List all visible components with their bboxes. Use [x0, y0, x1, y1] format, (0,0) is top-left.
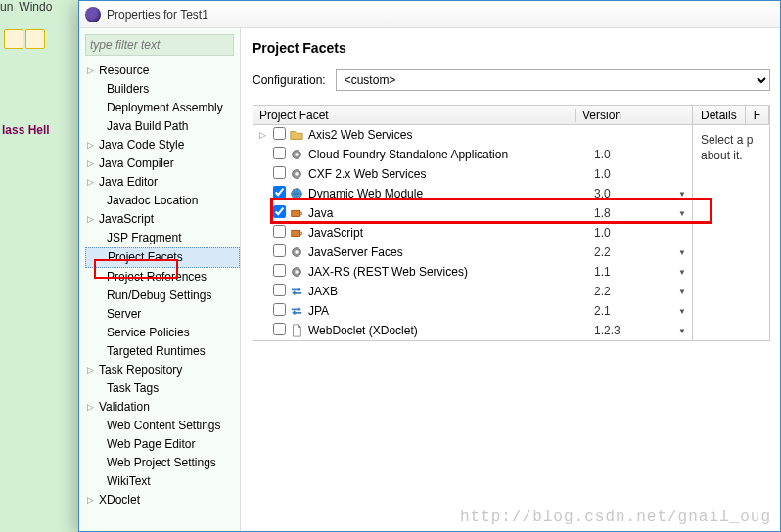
facet-name: JAX-RS (REST Web Services) [308, 265, 594, 279]
facet-checkbox[interactable] [273, 225, 286, 238]
facet-checkbox[interactable] [273, 147, 286, 159]
facet-checkbox[interactable] [273, 186, 286, 199]
svg-point-10 [295, 270, 299, 274]
background-toolbar [4, 29, 47, 52]
sidebar-item-web-page-editor[interactable]: Web Page Editor [85, 435, 240, 454]
settings-tree: ▷ResourceBuildersDeployment AssemblyJava… [79, 62, 240, 510]
expand-icon[interactable]: ▷ [87, 155, 99, 172]
sidebar-item-project-facets[interactable]: Project Facets [85, 247, 240, 268]
facet-row[interactable]: JAX-RS (REST Web Services)1.1▼ [253, 262, 692, 282]
sidebar-item-java-code-style[interactable]: ▷Java Code Style [85, 136, 240, 155]
sidebar-item-javascript[interactable]: ▷JavaScript [85, 210, 240, 229]
col-version[interactable]: Version [576, 109, 692, 122]
facet-name: JavaServer Faces [308, 245, 594, 259]
sidebar-item-builders[interactable]: Builders [85, 80, 240, 99]
expand-icon[interactable]: ▷ [87, 137, 99, 154]
facet-checkbox[interactable] [273, 303, 286, 316]
facet-version: 1.0 [594, 226, 672, 240]
sidebar-item-java-build-path[interactable]: Java Build Path [85, 117, 240, 136]
facet-row[interactable]: CXF 2.x Web Services1.0 [253, 164, 692, 184]
sidebar-item-label: Java Build Path [107, 118, 188, 135]
version-dropdown-icon[interactable]: ▼ [672, 327, 692, 335]
background-code: lass Hell [2, 123, 50, 137]
version-dropdown-icon[interactable]: ▼ [672, 248, 692, 257]
version-dropdown-icon[interactable]: ▼ [672, 268, 692, 277]
sidebar-item-xdoclet[interactable]: ▷XDoclet [85, 491, 240, 510]
version-dropdown-icon[interactable]: ▼ [672, 209, 692, 218]
facet-row[interactable]: JavaScript1.0 [253, 223, 692, 243]
version-dropdown-icon[interactable]: ▼ [672, 307, 692, 316]
facet-checkbox[interactable] [273, 244, 286, 257]
sidebar-item-java-compiler[interactable]: ▷Java Compiler [85, 155, 240, 173]
sidebar-item-service-policies[interactable]: Service Policies [85, 324, 240, 342]
sidebar-item-run-debug-settings[interactable]: Run/Debug Settings [85, 287, 240, 305]
facet-row[interactable]: JPA2.1▼ [253, 301, 692, 321]
details-body: Select a p about it. [693, 125, 769, 171]
svg-point-1 [295, 153, 299, 156]
tab-details[interactable]: Details [693, 106, 746, 124]
facet-row[interactable]: Dynamic Web Module3.0▼ [253, 184, 692, 203]
facet-checkbox[interactable] [273, 323, 286, 335]
facet-row[interactable]: Cloud Foundry Standalone Application1.0 [253, 145, 692, 164]
sidebar-item-resource[interactable]: ▷Resource [85, 62, 240, 80]
sidebar-item-deployment-assembly[interactable]: Deployment Assembly [85, 99, 240, 117]
gear-icon [289, 244, 304, 260]
expand-icon[interactable]: ▷ [87, 399, 99, 416]
facet-row[interactable]: JavaServer Faces2.2▼ [253, 243, 692, 262]
facet-version: 1.0 [594, 148, 672, 161]
expand-icon[interactable]: ▷ [87, 63, 99, 79]
facet-name: JavaScript [308, 226, 594, 240]
facet-version: 2.1 [594, 304, 672, 318]
expand-icon[interactable]: ▷ [259, 130, 273, 140]
facet-name: CXF 2.x Web Services [308, 167, 594, 181]
svg-rect-6 [292, 230, 300, 236]
sidebar-item-label: Java Code Style [99, 137, 184, 154]
sidebar-item-web-project-settings[interactable]: Web Project Settings [85, 454, 240, 472]
configuration-select[interactable]: <custom> [336, 69, 770, 91]
facet-name: Cloud Foundry Standalone Application [308, 148, 594, 161]
facet-checkbox[interactable] [273, 166, 286, 179]
facet-row[interactable]: Java1.8▼ [253, 203, 692, 223]
arrows-icon [289, 284, 304, 299]
java-icon [289, 225, 304, 241]
sidebar-item-java-editor[interactable]: ▷Java Editor [85, 173, 240, 192]
sidebar-item-label: Java Editor [99, 174, 158, 191]
facet-checkbox[interactable] [273, 264, 286, 277]
sidebar-item-server[interactable]: Server [85, 305, 240, 324]
version-dropdown-icon[interactable]: ▼ [672, 190, 692, 199]
tab-other[interactable]: F [746, 106, 769, 124]
version-dropdown-icon[interactable]: ▼ [672, 288, 692, 296]
sidebar-item-label: Web Content Settings [107, 418, 221, 434]
sidebar-item-label: Deployment Assembly [107, 100, 223, 116]
col-facet[interactable]: Project Facet [253, 109, 576, 122]
sidebar-item-wikitext[interactable]: WikiText [85, 472, 240, 491]
sidebar-item-validation[interactable]: ▷Validation [85, 398, 240, 417]
facet-row[interactable]: WebDoclet (XDoclet)1.2.3▼ [253, 321, 692, 340]
sidebar-item-label: XDoclet [99, 492, 140, 509]
sidebar-item-targeted-runtimes[interactable]: Targeted Runtimes [85, 342, 240, 361]
expand-icon[interactable]: ▷ [87, 492, 99, 509]
filter-input[interactable] [85, 34, 234, 56]
sidebar-item-label: Java Compiler [99, 155, 174, 172]
expand-icon[interactable]: ▷ [87, 174, 99, 191]
expand-icon[interactable]: ▷ [87, 211, 99, 228]
svg-point-8 [295, 250, 299, 254]
facet-checkbox[interactable] [273, 205, 286, 218]
facet-version: 1.8 [594, 206, 672, 220]
facet-version: 3.0 [594, 187, 672, 200]
sidebar-item-label: JSP Fragment [107, 230, 181, 246]
sidebar-item-task-tags[interactable]: Task Tags [85, 379, 240, 398]
titlebar[interactable]: Properties for Test1 [79, 1, 780, 28]
expand-icon[interactable]: ▷ [87, 362, 99, 378]
facet-row[interactable]: JAXB2.2▼ [253, 282, 692, 301]
sidebar: ▷ResourceBuildersDeployment AssemblyJava… [79, 28, 241, 531]
facet-checkbox[interactable] [273, 127, 286, 140]
sidebar-item-label: Web Page Editor [107, 436, 196, 453]
facet-row[interactable]: ▷Axis2 Web Services [253, 125, 692, 145]
sidebar-item-task-repository[interactable]: ▷Task Repository [85, 361, 240, 379]
sidebar-item-jsp-fragment[interactable]: JSP Fragment [85, 229, 240, 247]
sidebar-item-project-references[interactable]: Project References [85, 268, 240, 287]
sidebar-item-web-content-settings[interactable]: Web Content Settings [85, 417, 240, 435]
sidebar-item-javadoc-location[interactable]: Javadoc Location [85, 192, 240, 210]
facet-checkbox[interactable] [273, 284, 286, 296]
